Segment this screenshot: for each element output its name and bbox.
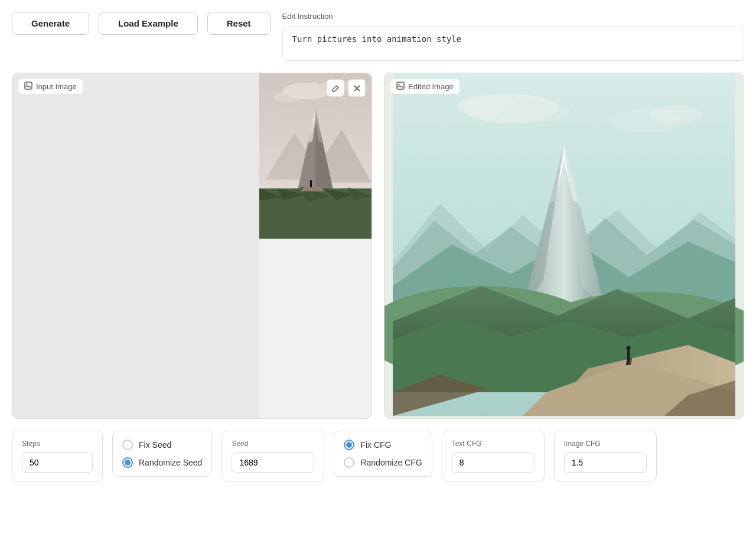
input-image-panel: Input Image (12, 73, 372, 419)
edited-panel-header: Edited Image (390, 79, 460, 94)
randomize-seed-option[interactable]: Randomize Seed (122, 457, 202, 468)
svg-rect-43 (627, 350, 630, 358)
cfg-radio-group: Fix CFG Randomize CFG (334, 431, 432, 477)
edited-mountain-svg (384, 73, 744, 416)
seed-control: Seed (221, 431, 324, 481)
input-panel-image-area (259, 73, 372, 418)
fix-cfg-radio[interactable] (344, 440, 354, 450)
input-panel-actions (327, 79, 366, 97)
text-cfg-control: Text CFG (442, 431, 545, 481)
svg-rect-22 (397, 82, 404, 89)
randomize-seed-radio[interactable] (122, 457, 133, 468)
svg-marker-21 (301, 187, 324, 191)
edit-instruction-input[interactable] (282, 27, 744, 61)
steps-input[interactable] (22, 453, 93, 473)
svg-point-29 (650, 106, 703, 123)
edit-instruction-label: Edit Instruction (282, 12, 744, 21)
svg-point-20 (310, 180, 312, 183)
svg-point-1 (26, 83, 27, 84)
image-cfg-control: Image CFG (554, 431, 657, 481)
input-panel-label: Input Image (36, 82, 77, 91)
svg-rect-19 (310, 183, 312, 187)
input-mountain-svg (259, 73, 372, 239)
image-cfg-input[interactable] (564, 453, 647, 473)
randomize-cfg-radio[interactable] (344, 457, 354, 468)
text-cfg-label: Text CFG (452, 440, 535, 448)
controls-row: Steps Fix Seed Randomize Seed Seed Fix C… (12, 431, 744, 481)
steps-label: Steps (22, 440, 93, 448)
randomize-seed-label: Randomize Seed (139, 458, 202, 467)
input-panel-header: Input Image (18, 79, 83, 94)
generate-button[interactable]: Generate (12, 12, 89, 35)
reset-button[interactable]: Reset (207, 12, 271, 35)
seed-label: Seed (232, 440, 314, 448)
fix-seed-radio[interactable] (122, 440, 133, 450)
seed-radio-group: Fix Seed Randomize Seed (112, 431, 212, 477)
input-panel-empty-area (12, 73, 259, 418)
fix-cfg-option[interactable]: Fix CFG (344, 440, 422, 450)
svg-rect-0 (25, 82, 32, 89)
fix-seed-option[interactable]: Fix Seed (122, 440, 202, 450)
image-cfg-label: Image CFG (564, 440, 647, 448)
edit-image-button[interactable] (327, 79, 344, 97)
edited-image-icon (396, 82, 405, 92)
randomize-cfg-option[interactable]: Randomize CFG (344, 457, 422, 468)
edited-image-panel: Edited Image (384, 73, 744, 419)
edited-panel-label: Edited Image (408, 82, 454, 91)
fix-cfg-label: Fix CFG (360, 440, 391, 450)
svg-point-23 (398, 83, 399, 84)
svg-point-44 (627, 346, 631, 350)
randomize-cfg-label: Randomize CFG (360, 458, 422, 467)
svg-point-7 (274, 92, 304, 102)
load-example-button[interactable]: Load Example (99, 12, 198, 35)
text-cfg-input[interactable] (452, 453, 535, 473)
close-image-button[interactable] (348, 79, 366, 97)
steps-control: Steps (12, 431, 103, 481)
fix-seed-label: Fix Seed (139, 440, 171, 450)
seed-input[interactable] (232, 453, 314, 473)
svg-point-27 (499, 101, 570, 122)
input-image-icon (24, 82, 32, 92)
